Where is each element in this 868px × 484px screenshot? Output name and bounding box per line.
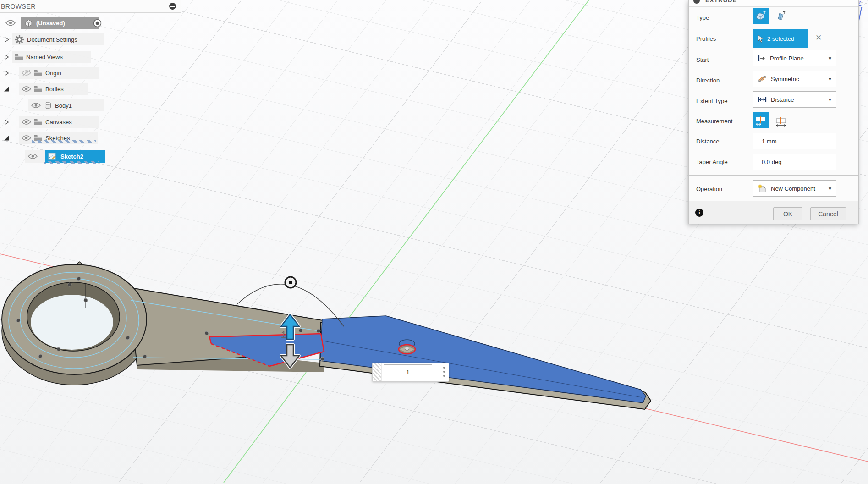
widget-kebab-menu[interactable] (443, 367, 445, 377)
dialog-title-bar[interactable]: EXTRUDE (689, 0, 858, 7)
profiles-select-button[interactable]: 2 selected (753, 29, 808, 48)
distance-label: Distance (696, 138, 720, 145)
measure-half-icon (755, 115, 767, 126)
row-label: Origin (45, 70, 61, 77)
row-label: Bodies (45, 86, 64, 93)
extent-type-label: Extent Type (696, 98, 727, 104)
row-label: Sketch2 (60, 153, 83, 160)
extrude-thin-icon (775, 10, 787, 22)
distance-input[interactable] (753, 133, 836, 149)
distance-extent-icon (757, 96, 767, 103)
handle-extrude-face[interactable] (320, 316, 646, 403)
expand-caret-icon[interactable] (4, 70, 10, 76)
direction-dropdown[interactable]: Symmetric ▼ (753, 71, 836, 87)
ok-button[interactable]: OK (773, 207, 802, 220)
cancel-button[interactable]: Cancel (810, 207, 846, 220)
dialog-divider (689, 175, 858, 176)
browser-header: BROWSER (0, 0, 181, 13)
start-dropdown[interactable]: Profile Plane ▼ (753, 50, 836, 66)
measurement-half-button[interactable] (753, 112, 769, 128)
visibility-eye-icon[interactable] (31, 102, 41, 109)
row-label: Named Views (26, 54, 63, 60)
browser-row-canvases[interactable]: Canvases (0, 116, 99, 128)
measurement-whole-button[interactable] (773, 114, 789, 129)
browser-row-document-settings[interactable]: Document Settings (0, 33, 104, 45)
y-axis-green (224, 0, 589, 483)
visibility-eye-icon[interactable] (5, 20, 16, 26)
visibility-eye-icon[interactable] (28, 153, 38, 160)
operation-value: New Component (771, 185, 815, 192)
expand-caret-icon[interactable] (4, 37, 10, 43)
dialog-title: EXTRUDE (705, 0, 737, 4)
taper-angle-label: Taper Angle (696, 159, 728, 165)
component-cube-icon (24, 19, 33, 27)
visibility-eye-icon[interactable] (22, 119, 31, 125)
row-label: Body1 (55, 102, 72, 109)
distance-widget (372, 363, 449, 382)
activate-radio-button[interactable] (93, 19, 102, 28)
measure-whole-icon (775, 116, 787, 127)
extrude-dialog: EXTRUDE Type Profiles 2 selected ✕ Start… (688, 0, 859, 224)
gear-icon (15, 35, 24, 44)
extrude-solid-icon (755, 10, 767, 22)
type-label: Type (696, 14, 709, 21)
measurement-label: Measurement (696, 118, 732, 125)
visibility-eye-icon[interactable] (22, 135, 31, 141)
folder-icon (34, 119, 42, 125)
collapse-caret-icon[interactable] (4, 135, 10, 141)
info-icon[interactable]: i (695, 209, 703, 217)
folder-icon (34, 86, 42, 92)
profile-plane-icon (757, 55, 766, 62)
new-component-icon (757, 184, 767, 193)
browser-row-body1[interactable]: Body1 (0, 99, 104, 111)
ring-hole-floor[interactable] (31, 295, 113, 350)
browser-row-named-views[interactable]: Named Views (0, 51, 91, 63)
taper-angle-input[interactable] (753, 154, 836, 170)
direction-label: Direction (696, 77, 720, 84)
operation-label: Operation (696, 186, 722, 192)
row-label: Canvases (45, 119, 72, 126)
widget-drag-handle[interactable] (373, 363, 382, 381)
direction-value: Symmetric (771, 76, 799, 82)
profiles-label: Profiles (696, 35, 716, 42)
viewport-distance-input[interactable] (384, 364, 432, 379)
browser-title: BROWSER (1, 3, 36, 10)
visibility-off-eye-icon[interactable] (22, 70, 31, 76)
rotate-manipulator-knob[interactable] (285, 277, 296, 288)
profiles-clear-icon[interactable]: ✕ (815, 33, 822, 43)
expand-caret-icon[interactable] (4, 54, 10, 60)
expand-caret-icon[interactable] (4, 119, 10, 125)
browser-row-origin[interactable]: Origin (0, 67, 99, 79)
extent-type-dropdown[interactable]: Distance ▼ (753, 91, 836, 108)
sketch-icon (48, 152, 57, 161)
chevron-down-icon: ▼ (828, 77, 832, 82)
symmetric-icon (757, 75, 767, 83)
sketch2-highlight-dashes (44, 161, 99, 164)
chevron-down-icon: ▼ (828, 56, 832, 61)
dialog-grip-icon (693, 0, 700, 4)
extent-type-value: Distance (771, 96, 794, 103)
type-thin-button[interactable] (773, 8, 789, 24)
collapse-caret-icon[interactable] (4, 86, 10, 92)
folder-icon (34, 70, 42, 76)
browser-row-bodies[interactable]: Bodies (0, 83, 88, 95)
start-label: Start (696, 56, 709, 63)
body-cylinder-icon (44, 102, 52, 109)
sketches-highlight-dashes (32, 140, 96, 143)
start-value: Profile Plane (770, 55, 804, 62)
type-solid-button[interactable] (753, 8, 769, 24)
browser-row-sketch2[interactable]: Sketch2 (0, 150, 48, 163)
visibility-eye-icon[interactable] (22, 86, 31, 92)
operation-dropdown[interactable]: New Component ▼ (753, 180, 836, 197)
chevron-down-icon: ▼ (828, 97, 832, 102)
root-document-label: (Unsaved) (36, 20, 65, 27)
profiles-count: 2 selected (767, 35, 794, 42)
row-label: Document Settings (27, 36, 77, 43)
folder-icon (15, 54, 23, 60)
browser-collapse-button[interactable] (169, 3, 176, 10)
cursor-icon (757, 34, 764, 43)
chevron-down-icon: ▼ (828, 186, 832, 191)
dialog-footer: i OK Cancel (689, 201, 858, 224)
